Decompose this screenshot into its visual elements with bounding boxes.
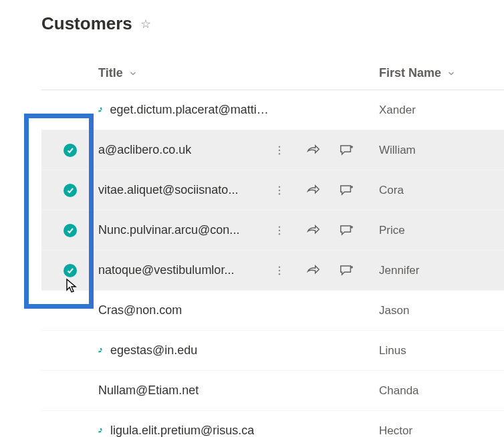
row-firstname: Xander (379, 104, 416, 117)
share-icon[interactable] (305, 143, 320, 158)
row-firstname: Jennifer (379, 264, 419, 277)
row-title-cell[interactable]: Cras@non.com (98, 303, 272, 317)
row-title-cell[interactable]: ligula.elit.pretium@risus.ca (98, 424, 272, 437)
column-firstname-header[interactable]: First Name (379, 66, 456, 80)
new-indicator-icon (98, 346, 108, 355)
more-vertical-icon[interactable] (272, 183, 287, 198)
row-title-cell[interactable]: vitae.aliquet@sociisnato... (98, 183, 272, 197)
row-actions (272, 183, 379, 198)
row-title: egestas@in.edu (110, 343, 197, 357)
more-vertical-icon[interactable] (272, 143, 287, 158)
check-circle-icon[interactable] (64, 144, 77, 157)
svg-line-0 (98, 110, 101, 111)
star-icon[interactable]: ☆ (140, 17, 151, 31)
chevron-down-icon (447, 69, 456, 78)
page-header: Customers ☆ (41, 13, 504, 34)
comment-icon[interactable] (339, 223, 354, 238)
row-title: a@aclibero.co.uk (98, 143, 191, 157)
table-header: Title First Name (41, 66, 504, 90)
column-title-header[interactable]: Title (98, 66, 379, 80)
check-circle-icon[interactable] (64, 264, 77, 277)
row-actions (272, 263, 379, 278)
svg-line-25 (101, 428, 102, 430)
row-title: ligula.elit.pretium@risus.ca (110, 424, 254, 437)
table-row[interactable]: eget.dictum.placerat@mattis.caXander (41, 90, 504, 130)
row-select-cell[interactable] (41, 184, 98, 197)
svg-point-4 (279, 153, 280, 154)
new-indicator-icon (98, 106, 108, 114)
comment-icon[interactable] (339, 183, 354, 198)
svg-point-13 (279, 229, 280, 231)
row-firstname: Linus (379, 344, 406, 357)
share-icon[interactable] (305, 183, 320, 198)
row-title: Nunc.pulvinar.arcu@con... (98, 223, 239, 237)
row-title: eget.dictum.placerat@mattis.ca (110, 103, 272, 117)
chevron-down-icon (128, 69, 138, 78)
table-row[interactable]: egestas@in.eduLinus (41, 331, 504, 371)
column-title-label: Title (98, 66, 123, 80)
table-row[interactable]: Cras@non.comJason (41, 291, 504, 331)
svg-point-19 (279, 273, 280, 275)
row-firstname: Chanda (379, 384, 419, 398)
row-title-cell[interactable]: egestas@in.edu (98, 343, 272, 357)
row-actions (272, 143, 379, 158)
page-title: Customers (41, 13, 132, 34)
row-title: vitae.aliquet@sociisnato... (98, 183, 238, 197)
row-title-cell[interactable]: natoque@vestibulumlor... (98, 263, 272, 277)
row-title-cell[interactable]: Nullam@Etiam.net (98, 384, 272, 398)
svg-line-24 (98, 431, 101, 432)
table-row[interactable]: Nullam@Etiam.netChanda (41, 371, 504, 411)
check-circle-icon[interactable] (64, 224, 77, 237)
more-vertical-icon[interactable] (272, 223, 287, 238)
svg-point-3 (279, 149, 280, 150)
row-select-cell[interactable] (41, 264, 98, 277)
row-select-cell[interactable] (41, 224, 98, 237)
svg-point-7 (279, 186, 280, 187)
new-indicator-icon (98, 426, 108, 435)
svg-point-14 (279, 233, 280, 235)
svg-point-2 (279, 146, 280, 147)
row-firstname: Price (379, 224, 405, 237)
check-circle-icon[interactable] (64, 184, 77, 197)
svg-point-18 (279, 269, 280, 271)
row-firstname: Hector (379, 424, 412, 438)
svg-line-1 (101, 107, 102, 110)
svg-line-22 (98, 351, 101, 351)
comment-icon[interactable] (339, 143, 354, 158)
table-row[interactable]: a@aclibero.co.ukWilliam (41, 130, 504, 170)
row-title: Cras@non.com (98, 303, 182, 317)
table-row[interactable]: natoque@vestibulumlor...Jennifer (41, 251, 504, 291)
svg-line-23 (101, 347, 102, 350)
row-title-cell[interactable]: a@aclibero.co.uk (98, 143, 272, 157)
row-firstname: Cora (379, 184, 404, 197)
row-title: Nullam@Etiam.net (98, 384, 199, 398)
row-title-cell[interactable]: Nunc.pulvinar.arcu@con... (98, 223, 272, 237)
table-row[interactable]: ligula.elit.pretium@risus.caHector (41, 411, 504, 437)
more-vertical-icon[interactable] (272, 263, 287, 278)
row-select-cell[interactable] (41, 144, 98, 157)
row-firstname: William (379, 144, 416, 157)
svg-point-17 (279, 266, 280, 267)
svg-point-12 (279, 226, 280, 227)
share-icon[interactable] (305, 223, 320, 238)
svg-point-8 (279, 189, 280, 190)
row-firstname: Jason (379, 304, 409, 317)
row-title-cell[interactable]: eget.dictum.placerat@mattis.ca (98, 103, 272, 117)
svg-point-9 (279, 193, 280, 194)
row-actions (272, 223, 379, 238)
column-firstname-label: First Name (379, 66, 441, 80)
table-row[interactable]: vitae.aliquet@sociisnato...Cora (41, 170, 504, 210)
comment-icon[interactable] (339, 263, 354, 278)
table-row[interactable]: Nunc.pulvinar.arcu@con...Price (41, 210, 504, 251)
row-title: natoque@vestibulumlor... (98, 263, 234, 277)
share-icon[interactable] (305, 263, 320, 278)
